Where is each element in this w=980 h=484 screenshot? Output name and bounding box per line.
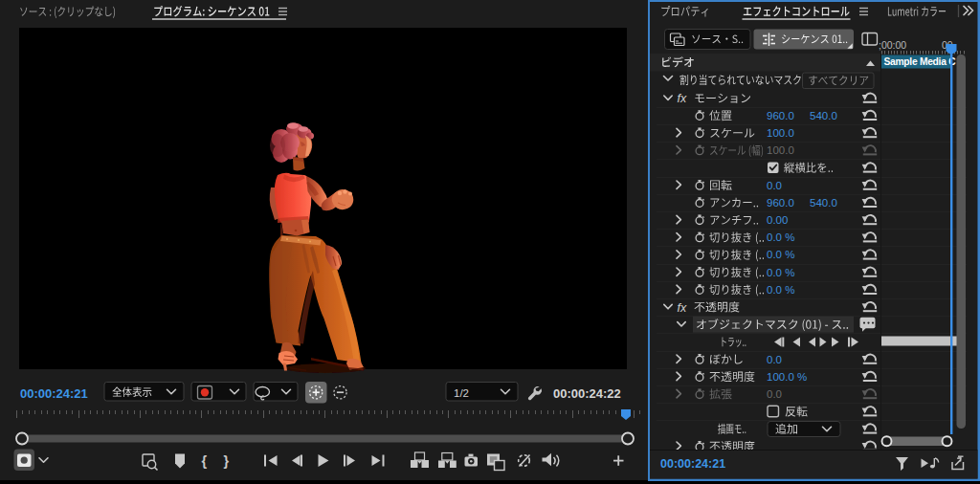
svg-text:0.0: 0.0 [767,354,782,365]
svg-text:0.0 %: 0.0 % [767,231,794,243]
svg-text:1/2: 1/2 [454,387,469,399]
svg-text:;00:00: ;00:00 [879,39,906,51]
svg-text:00:00:24:21: 00:00:24:21 [660,457,725,471]
svg-text:fx: fx [678,92,687,105]
svg-text:}: } [224,453,230,469]
svg-text:960.0: 960.0 [767,110,794,121]
svg-text:540.0: 540.0 [810,197,837,209]
svg-text:960.0: 960.0 [767,197,794,209]
svg-text:{: { [202,453,208,469]
svg-text:0.0 %: 0.0 % [767,284,794,296]
svg-text:0.0: 0.0 [767,388,782,400]
svg-text:0.0: 0.0 [767,180,782,191]
svg-text:540.0: 540.0 [810,110,837,121]
svg-text:100.0 %: 100.0 % [767,371,807,383]
svg-text:fx: fx [678,301,687,315]
svg-text:100.0: 100.0 [767,127,794,139]
svg-text:0.0 %: 0.0 % [767,267,794,278]
svg-text:100.0: 100.0 [767,144,794,156]
svg-text:0.00: 0.00 [767,214,788,226]
svg-text:Sample Media C: Sample Media C [884,56,957,67]
svg-text:00:00:24:22: 00:00:24:22 [553,386,621,401]
svg-text:0.0 %: 0.0 % [767,249,794,260]
svg-text:00:00:24:21: 00:00:24:21 [20,386,88,401]
